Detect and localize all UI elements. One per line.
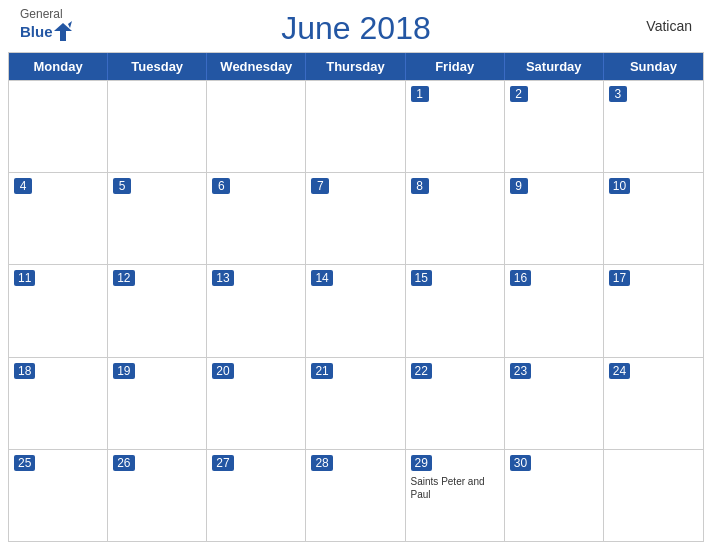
day-cell: 17: [604, 265, 703, 356]
day-cell: 10: [604, 173, 703, 264]
day-number: 30: [510, 455, 531, 471]
day-cell: [306, 81, 405, 172]
day-cell: 8: [406, 173, 505, 264]
day-number: 7: [311, 178, 329, 194]
day-cell: 16: [505, 265, 604, 356]
day-number: 11: [14, 270, 35, 286]
header-thursday: Thursday: [306, 53, 405, 80]
day-number: 14: [311, 270, 332, 286]
day-number: 20: [212, 363, 233, 379]
day-number: 24: [609, 363, 630, 379]
day-cell: 18: [9, 358, 108, 449]
day-cell: 21: [306, 358, 405, 449]
day-number: 10: [609, 178, 630, 194]
day-number: 21: [311, 363, 332, 379]
day-cell: 14: [306, 265, 405, 356]
day-number: 18: [14, 363, 35, 379]
day-number: 26: [113, 455, 134, 471]
day-number: 4: [14, 178, 32, 194]
day-number: 1: [411, 86, 429, 102]
day-number: 23: [510, 363, 531, 379]
calendar-title: June 2018: [281, 10, 430, 47]
week-row-1: 123: [9, 80, 703, 172]
day-number: 19: [113, 363, 134, 379]
day-cell: 29Saints Peter and Paul: [406, 450, 505, 541]
day-cell: 27: [207, 450, 306, 541]
logo-blue-text: Blue: [20, 24, 53, 41]
day-cell: 26: [108, 450, 207, 541]
day-number: 16: [510, 270, 531, 286]
event-label: Saints Peter and Paul: [411, 475, 499, 501]
logo-bird-icon: [54, 21, 72, 43]
day-cell: 6: [207, 173, 306, 264]
header-tuesday: Tuesday: [108, 53, 207, 80]
day-number: 5: [113, 178, 131, 194]
day-cell: 4: [9, 173, 108, 264]
day-cell: 12: [108, 265, 207, 356]
day-number: 6: [212, 178, 230, 194]
day-cell: 19: [108, 358, 207, 449]
header-friday: Friday: [406, 53, 505, 80]
day-cell: 11: [9, 265, 108, 356]
day-number: 9: [510, 178, 528, 194]
day-number: 27: [212, 455, 233, 471]
day-cell: 7: [306, 173, 405, 264]
day-cell: 13: [207, 265, 306, 356]
day-number: 29: [411, 455, 432, 471]
day-cell: [9, 81, 108, 172]
day-number: 8: [411, 178, 429, 194]
day-cell: 23: [505, 358, 604, 449]
day-cell: 22: [406, 358, 505, 449]
logo-general-text: General: [20, 8, 72, 21]
week-row-5: 2526272829Saints Peter and Paul30: [9, 449, 703, 541]
day-cell: 25: [9, 450, 108, 541]
day-cell: 24: [604, 358, 703, 449]
header-saturday: Saturday: [505, 53, 604, 80]
day-number: 2: [510, 86, 528, 102]
day-number: 15: [411, 270, 432, 286]
day-number: 3: [609, 86, 627, 102]
calendar-header: General Blue June 2018 Vatican: [0, 0, 712, 52]
day-number: 13: [212, 270, 233, 286]
day-cell: 1: [406, 81, 505, 172]
week-row-2: 45678910: [9, 172, 703, 264]
day-cell: 15: [406, 265, 505, 356]
week-row-4: 18192021222324: [9, 357, 703, 449]
weeks-container: 1234567891011121314151617181920212223242…: [9, 80, 703, 541]
header-monday: Monday: [9, 53, 108, 80]
calendar-grid: Monday Tuesday Wednesday Thursday Friday…: [8, 52, 704, 542]
day-number: 25: [14, 455, 35, 471]
day-number: 17: [609, 270, 630, 286]
day-cell: 3: [604, 81, 703, 172]
day-cell: 5: [108, 173, 207, 264]
day-number: 22: [411, 363, 432, 379]
day-cell: 30: [505, 450, 604, 541]
svg-marker-1: [68, 21, 72, 28]
day-cell: [108, 81, 207, 172]
country-label: Vatican: [646, 18, 692, 34]
week-row-3: 11121314151617: [9, 264, 703, 356]
calendar-container: General Blue June 2018 Vatican Monday Tu…: [0, 0, 712, 550]
day-cell: [207, 81, 306, 172]
header-sunday: Sunday: [604, 53, 703, 80]
logo: General Blue: [20, 8, 72, 43]
day-cell: [604, 450, 703, 541]
day-cell: 2: [505, 81, 604, 172]
day-cell: 20: [207, 358, 306, 449]
day-cell: 28: [306, 450, 405, 541]
day-number: 28: [311, 455, 332, 471]
header-wednesday: Wednesday: [207, 53, 306, 80]
day-headers-row: Monday Tuesday Wednesday Thursday Friday…: [9, 53, 703, 80]
day-number: 12: [113, 270, 134, 286]
day-cell: 9: [505, 173, 604, 264]
